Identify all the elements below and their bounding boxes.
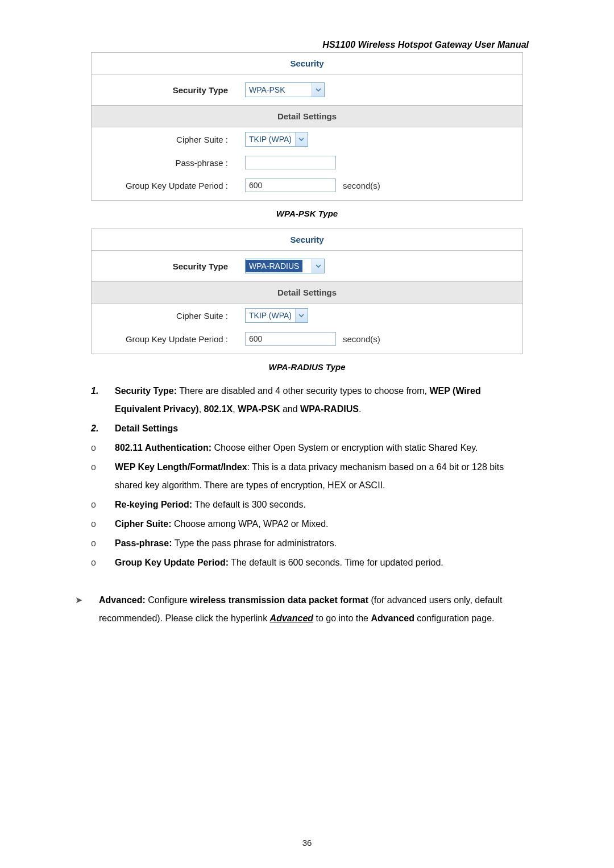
cipher-suite-value: TKIP (WPA) (246, 135, 295, 144)
gkup-unit: second(s) (343, 334, 380, 344)
text: Choose among WPA, WPA2 or Mixed. (172, 519, 329, 529)
text: . (359, 404, 361, 414)
gkup-row: Group Key Update Period : second(s) (92, 327, 522, 354)
term: wireless transmission data packet format (190, 595, 368, 605)
passphrase-label: Pass-phrase : (97, 158, 245, 168)
cipher-suite-value: TKIP (WPA) (246, 311, 295, 320)
security-type-select[interactable]: WPA-PSK (245, 82, 325, 97)
term: Cipher Suite: (115, 519, 172, 529)
text: The default is 300 seconds. (192, 500, 306, 509)
term: Security Type: (115, 386, 177, 396)
security-type-value: WPA-RADIUS (246, 260, 302, 272)
list-item-advanced: ➤ Advanced: Configure wireless transmiss… (75, 591, 523, 628)
chevron-down-icon[interactable] (295, 132, 308, 146)
cipher-suite-row: Cipher Suite : TKIP (WPA) (92, 127, 522, 151)
cipher-suite-select[interactable]: TKIP (WPA) (245, 308, 308, 323)
cipher-suite-select[interactable]: TKIP (WPA) (245, 132, 308, 147)
detail-settings-header: Detail Settings (92, 106, 522, 127)
security-type-row: Security Type WPA-RADIUS (92, 251, 522, 282)
advanced-link[interactable]: Advanced (270, 613, 313, 623)
security-type-row: Security Type WPA-PSK (92, 74, 522, 106)
term: Advanced: (99, 595, 146, 605)
caption-wpapsk: WPA-PSK Type (68, 209, 546, 218)
chevron-down-icon[interactable] (312, 83, 324, 97)
list-item: 1. Security Type: There are disabled and… (91, 382, 523, 418)
security-type-select[interactable]: WPA-RADIUS (245, 259, 325, 273)
manual-header: HS1100 Wireless Hotspot Gateway User Man… (68, 40, 546, 50)
list-item: o Cipher Suite: Choose among WPA, WPA2 o… (91, 515, 523, 533)
security-panel-wparadius: Security Security Type WPA-RADIUS Detail… (91, 229, 523, 354)
security-type-value: WPA-PSK (246, 85, 289, 94)
list-item: o 802.11 Authentication: Choose either O… (91, 439, 523, 457)
list-marker: 1. (91, 382, 105, 418)
passphrase-row: Pass-phrase : (92, 151, 522, 174)
term: WPA-PSK (238, 404, 280, 414)
list-item: 2. Detail Settings (91, 420, 523, 438)
passphrase-input[interactable] (245, 156, 336, 169)
text: Choose either Open System or encryption … (211, 443, 478, 452)
term: Group Key Update Period: (115, 558, 229, 567)
security-type-label: Security Type (97, 85, 245, 95)
text: There are disabled and 4 other security … (177, 386, 429, 396)
detail-settings-header: Detail Settings (92, 282, 522, 304)
caption-wparadius: WPA-RADIUS Type (68, 362, 546, 372)
text: and (280, 404, 301, 414)
term: Re-keying Period: (115, 500, 192, 509)
term: WPA-RADIUS (300, 404, 359, 414)
bullet-marker: o (91, 439, 105, 457)
page-number: 36 (0, 838, 614, 848)
body-text: 1. Security Type: There are disabled and… (91, 382, 523, 628)
list-item: o Re-keying Period: The default is 300 s… (91, 496, 523, 514)
text: configuration page. (414, 613, 495, 623)
term: 802.1X (204, 404, 233, 414)
list-item: o WEP Key Length/Format/Index: This is a… (91, 458, 523, 495)
text: to go into the (313, 613, 371, 623)
security-panel-wpapsk: Security Security Type WPA-PSK Detail Se… (91, 52, 523, 201)
arrow-icon: ➤ (75, 591, 89, 628)
gkup-label: Group Key Update Period : (97, 334, 245, 344)
text: Configure (146, 595, 190, 605)
bullet-marker: o (91, 554, 105, 572)
chevron-down-icon[interactable] (312, 259, 324, 273)
gkup-input[interactable] (245, 178, 336, 192)
security-type-label: Security Type (97, 261, 245, 271)
security-header: Security (92, 53, 522, 74)
gkup-unit: second(s) (343, 181, 380, 190)
bullet-marker: o (91, 515, 105, 533)
text: Type the pass phrase for administrators. (172, 538, 337, 548)
term: Detail Settings (115, 423, 178, 433)
bullet-marker: o (91, 534, 105, 553)
security-header: Security (92, 229, 522, 251)
list-item: o Pass-phrase: Type the pass phrase for … (91, 534, 523, 553)
cipher-suite-label: Cipher Suite : (97, 311, 245, 321)
bullet-marker: o (91, 458, 105, 495)
term: Pass-phrase: (115, 538, 172, 548)
text: The default is 600 seconds. Time for upd… (229, 558, 443, 567)
list-item: o Group Key Update Period: The default i… (91, 554, 523, 572)
text: , (233, 404, 238, 414)
gkup-input[interactable] (245, 332, 336, 346)
chevron-down-icon[interactable] (295, 309, 308, 322)
text: , (199, 404, 204, 414)
term: WEP Key Length/Format/Index (115, 462, 247, 472)
cipher-suite-row: Cipher Suite : TKIP (WPA) (92, 304, 522, 327)
term: 802.11 Authentication: (115, 443, 211, 452)
gkup-row: Group Key Update Period : second(s) (92, 174, 522, 200)
term: Advanced (371, 613, 414, 623)
gkup-label: Group Key Update Period : (97, 181, 245, 190)
list-marker: 2. (91, 420, 105, 438)
bullet-marker: o (91, 496, 105, 514)
cipher-suite-label: Cipher Suite : (97, 135, 245, 144)
